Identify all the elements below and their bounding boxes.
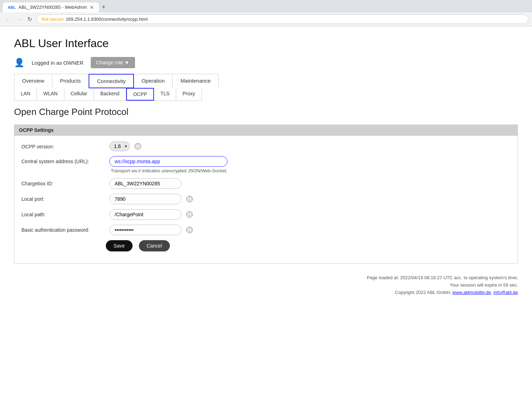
version-select-wrapper[interactable]: 1.6 2.0 bbox=[109, 141, 130, 151]
ocpp-settings-section: OCPP Settings OCPP version: 1.6 2.0 ⓘ bbox=[14, 124, 518, 264]
cancel-button[interactable]: Cancel bbox=[139, 240, 170, 251]
sub-nav: LAN WLAN Cellular Backend OCPP TLS Proxy bbox=[14, 88, 202, 101]
nav-item-connectivity[interactable]: Connectivity bbox=[89, 74, 134, 88]
local-port-row: Local port: ⓘ bbox=[21, 194, 511, 204]
user-icon: 👤 bbox=[14, 58, 25, 68]
footer-copyright: Copyright 2022 ABL GmbH, bbox=[395, 290, 451, 295]
save-button[interactable]: Save bbox=[106, 240, 133, 251]
local-path-input-row: ⓘ bbox=[109, 209, 193, 220]
form-buttons-row: Save Cancel bbox=[106, 240, 511, 251]
basic-auth-input-row: ⓘ bbox=[109, 225, 193, 235]
address-input[interactable]: Not secure 169.254.1.1:8300/connectivity… bbox=[36, 14, 528, 24]
local-path-info-icon[interactable]: ⓘ bbox=[186, 211, 193, 218]
chargebox-input[interactable] bbox=[109, 178, 181, 189]
change-role-button[interactable]: Change role ▼ bbox=[91, 57, 135, 68]
footer: Page loaded at: 2022/04/19 08:16:27 UTC … bbox=[14, 274, 518, 296]
footer-link-website[interactable]: www.ablmobility.de bbox=[453, 290, 491, 295]
new-tab-button[interactable]: + bbox=[99, 2, 108, 12]
browser-tab[interactable]: ABL ABL_3W22YN00285 - WebAdmin ✕ bbox=[3, 2, 99, 12]
footer-link-email[interactable]: info@abl.de bbox=[493, 290, 518, 295]
tab-bar: ABL ABL_3W22YN00285 - WebAdmin ✕ + bbox=[0, 0, 532, 12]
basic-auth-info-icon[interactable]: ⓘ bbox=[186, 227, 193, 233]
local-port-input[interactable] bbox=[109, 194, 181, 204]
central-system-control: Transport ws:// indicates unencrypted JS… bbox=[109, 156, 227, 173]
central-system-row: Central system address (URL): Transport … bbox=[21, 156, 511, 173]
page-content: ABL User Interface 👤 Logged in as OWNER … bbox=[0, 26, 532, 303]
subnav-item-wlan[interactable]: WLAN bbox=[37, 88, 64, 101]
footer-line1: Page loaded at: 2022/04/19 08:16:27 UTC … bbox=[14, 274, 518, 282]
user-bar: 👤 Logged in as OWNER Change role ▼ bbox=[14, 57, 518, 68]
page-title: ABL User Interface bbox=[14, 37, 518, 50]
nav-item-maintenance[interactable]: Maintenance bbox=[173, 74, 218, 88]
central-system-hint: Transport ws:// indicates unencrypted JS… bbox=[111, 168, 227, 173]
back-button[interactable]: ← bbox=[4, 15, 12, 24]
local-port-input-row: ⓘ bbox=[109, 194, 193, 204]
ocpp-version-input-row: 1.6 2.0 ⓘ bbox=[109, 141, 141, 151]
subnav-item-backend[interactable]: Backend bbox=[94, 88, 126, 101]
address-bar: ← → ↻ Not secure 169.254.1.1:8300/connec… bbox=[0, 12, 532, 26]
browser-chrome: ABL ABL_3W22YN00285 - WebAdmin ✕ + ← → ↻… bbox=[0, 0, 532, 26]
subnav-item-cellular[interactable]: Cellular bbox=[64, 88, 94, 101]
local-path-label: Local path: bbox=[21, 209, 106, 217]
chargebox-label: Chargebox ID: bbox=[21, 178, 106, 186]
local-port-control: ⓘ bbox=[109, 194, 193, 204]
settings-form: OCPP version: 1.6 2.0 ⓘ Centra bbox=[14, 136, 518, 264]
subnav-item-tls[interactable]: TLS bbox=[154, 88, 176, 101]
nav-item-operation[interactable]: Operation bbox=[134, 74, 173, 88]
logged-as-label: Logged in as OWNER bbox=[32, 60, 84, 66]
ocpp-version-info-icon[interactable]: ⓘ bbox=[135, 143, 141, 149]
section-title: Open Charge Point Protocol bbox=[14, 107, 518, 117]
nav-item-products[interactable]: Products bbox=[52, 74, 89, 88]
footer-line2: Your session will expire in 59 sec. bbox=[14, 282, 518, 289]
ocpp-version-label: OCPP version: bbox=[21, 141, 106, 149]
tab-favicon: ABL bbox=[8, 5, 16, 9]
subnav-item-proxy[interactable]: Proxy bbox=[176, 88, 201, 101]
basic-auth-input[interactable] bbox=[109, 225, 181, 235]
basic-auth-control: ⓘ bbox=[109, 225, 193, 235]
subnav-item-lan[interactable]: LAN bbox=[14, 88, 37, 101]
local-path-input[interactable] bbox=[109, 209, 181, 220]
local-path-row: Local path: ⓘ bbox=[21, 209, 511, 220]
local-port-label: Local port: bbox=[21, 194, 106, 202]
ocpp-version-control: 1.6 2.0 ⓘ bbox=[109, 141, 141, 151]
basic-auth-row: Basic authentication password: ⓘ bbox=[21, 225, 511, 235]
subnav-item-ocpp[interactable]: OCPP bbox=[126, 88, 154, 101]
basic-auth-label: Basic authentication password: bbox=[21, 225, 106, 233]
tab-close-button[interactable]: ✕ bbox=[90, 5, 94, 10]
nav-item-overview[interactable]: Overview bbox=[14, 74, 52, 88]
central-system-input[interactable] bbox=[109, 156, 227, 167]
reload-button[interactable]: ↻ bbox=[26, 14, 33, 24]
security-warning: Not secure bbox=[41, 17, 64, 22]
settings-header: OCPP Settings bbox=[14, 124, 518, 136]
main-nav: Overview Products Connectivity Operation… bbox=[14, 74, 219, 88]
tab-title: ABL_3W22YN00285 - WebAdmin bbox=[19, 5, 87, 10]
chargebox-row: Chargebox ID: bbox=[21, 178, 511, 189]
ocpp-version-row: OCPP version: 1.6 2.0 ⓘ bbox=[21, 141, 511, 151]
address-url: 169.254.1.1:8300/connectivity/ocpp.html bbox=[66, 17, 148, 22]
forward-button[interactable]: → bbox=[15, 15, 23, 24]
ocpp-version-select[interactable]: 1.6 2.0 bbox=[109, 141, 130, 151]
footer-line3: Copyright 2022 ABL GmbH, www.ablmobility… bbox=[14, 289, 518, 296]
local-path-control: ⓘ bbox=[109, 209, 193, 220]
central-system-label: Central system address (URL): bbox=[21, 156, 106, 164]
local-port-info-icon[interactable]: ⓘ bbox=[186, 196, 193, 202]
chargebox-control bbox=[109, 178, 181, 189]
